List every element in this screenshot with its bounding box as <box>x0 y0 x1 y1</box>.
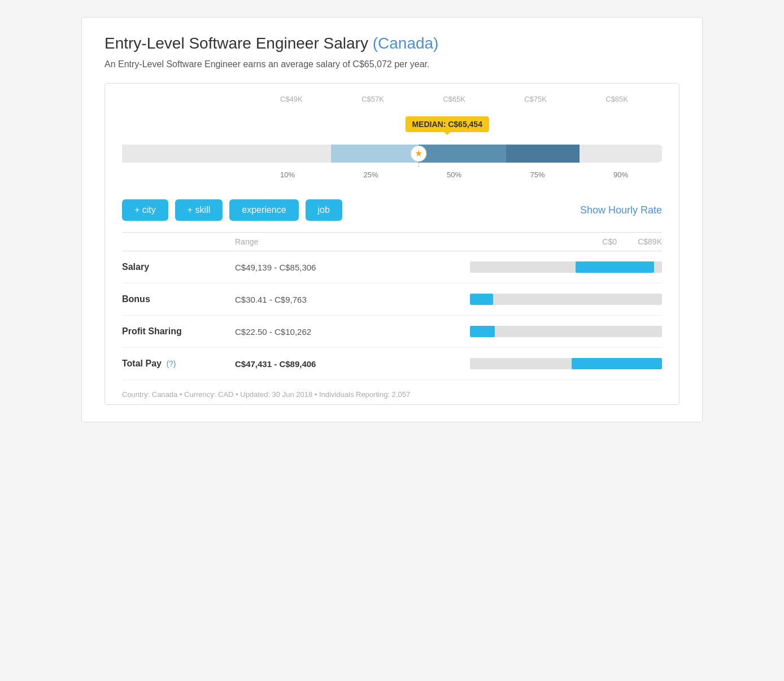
skill-button[interactable]: + skill <box>175 199 223 221</box>
data-rows: Salary C$49,139 - C$85,306 Bonus C$30.41… <box>122 251 662 380</box>
percentile-bar-svg: ★ <box>122 140 662 167</box>
table-row: Salary C$49,139 - C$85,306 <box>122 251 662 283</box>
svg-text:★: ★ <box>415 149 423 158</box>
svg-rect-1 <box>331 145 419 163</box>
svg-rect-2 <box>419 145 506 163</box>
pct-label-3: 75% <box>530 171 545 179</box>
row-totalpay-question[interactable]: (?) <box>166 359 176 368</box>
footer-note: Country: Canada • Currency: CAD • Update… <box>122 380 662 404</box>
pct-label-0: 10% <box>280 171 295 179</box>
col-max-header: C$89K <box>617 237 662 246</box>
page-title: Entry-Level Software Engineer Salary (Ca… <box>104 34 680 53</box>
row-totalpay-label-text: Total Pay <box>122 359 162 368</box>
col-range-header: Range <box>235 237 572 246</box>
title-country: (Canada) <box>373 34 439 52</box>
table-row: Total Pay (?) C$47,431 - C$89,406 <box>122 348 662 380</box>
pct-label-4: 90% <box>613 171 628 179</box>
row-totalpay-bar <box>470 358 662 369</box>
scale-label-4: C$85K <box>606 95 628 103</box>
row-salary-label: Salary <box>122 262 235 272</box>
scale-labels-inner: C$49K C$57K C$65K C$75K C$85K <box>280 95 628 103</box>
row-profit-range: C$22.50 - C$10,262 <box>235 327 470 337</box>
show-hourly-link[interactable]: Show Hourly Rate <box>580 204 662 216</box>
row-bonus-label: Bonus <box>122 294 235 304</box>
percentile-bar-track: ★ <box>122 140 662 167</box>
row-bonus-bar <box>470 294 662 305</box>
row-profit-bar-fill <box>470 326 495 337</box>
main-card: Entry-Level Software Engineer Salary (Ca… <box>81 17 703 422</box>
row-bonus-range: C$30.41 - C$9,763 <box>235 295 470 304</box>
row-totalpay-bar-fill <box>572 358 662 369</box>
median-tooltip: MEDIAN: C$65,454 <box>405 116 489 132</box>
pct-label-2: 50% <box>447 171 461 179</box>
scale-labels: C$49K C$57K C$65K C$75K C$85K <box>122 95 662 103</box>
percentile-labels: 10% 25% 50% 75% 90% <box>280 171 628 179</box>
table-row: Profit Sharing C$22.50 - C$10,262 <box>122 316 662 348</box>
percentile-area: C$49K C$57K C$65K C$75K C$85K MEDIAN: C$… <box>122 95 662 179</box>
row-salary-bar-fill <box>576 261 654 273</box>
row-profit-bar <box>470 326 662 337</box>
svg-rect-3 <box>506 145 580 163</box>
pct-label-1: 25% <box>363 171 378 179</box>
experience-button[interactable]: experience <box>229 199 298 221</box>
table-row: Bonus C$30.41 - C$9,763 <box>122 283 662 316</box>
table-header: Range C$0 C$89K <box>122 232 662 251</box>
row-salary-bar <box>470 261 662 273</box>
scale-label-2: C$65K <box>443 95 465 103</box>
chart-section: C$49K C$57K C$65K C$75K C$85K MEDIAN: C$… <box>104 83 680 405</box>
row-totalpay-range: C$47,431 - C$89,406 <box>235 359 470 369</box>
job-button[interactable]: job <box>306 199 342 221</box>
row-profit-label: Profit Sharing <box>122 326 235 337</box>
scale-label-1: C$57K <box>361 95 384 103</box>
row-bonus-bar-fill <box>470 294 493 305</box>
title-prefix: Entry-Level Software Engineer Salary <box>104 34 368 52</box>
svg-marker-5 <box>580 145 662 163</box>
col-min-header: C$0 <box>572 237 617 246</box>
row-totalpay-label: Total Pay (?) <box>122 359 235 369</box>
scale-label-3: C$75K <box>524 95 547 103</box>
city-button[interactable]: + city <box>122 199 168 221</box>
scale-label-0: C$49K <box>280 95 303 103</box>
filter-row: + city + skill experience job Show Hourl… <box>122 190 662 232</box>
subtitle: An Entry-Level Software Engineer earns a… <box>104 59 680 69</box>
row-salary-range: C$49,139 - C$85,306 <box>235 263 470 272</box>
